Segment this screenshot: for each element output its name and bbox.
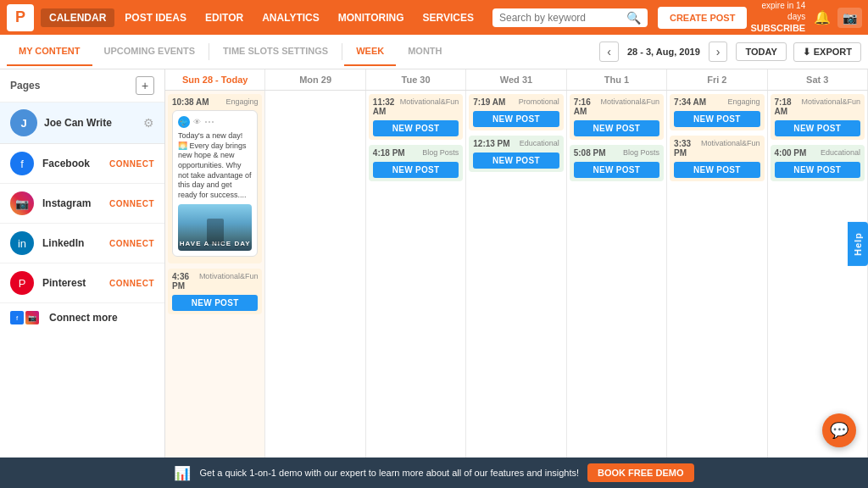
new-post-button-sat1[interactable]: NEW POST <box>775 120 860 136</box>
new-post-button-fri2[interactable]: NEW POST <box>674 162 760 178</box>
slot-time-wed1: 7:19 AM <box>473 97 505 107</box>
new-post-button-wed2[interactable]: NEW POST <box>473 152 559 169</box>
today-button[interactable]: TODAY <box>736 42 786 61</box>
day-header-fri: Fri 2 <box>667 69 767 90</box>
slot-time-sat2: 4:00 PM <box>775 148 807 158</box>
slot-type-tue1: Motivational&Fun <box>400 97 459 116</box>
gear-icon[interactable]: ⚙ <box>143 116 154 130</box>
slot-thu-1: 7:16 AM Motivational&Fun NEW POST <box>570 94 664 140</box>
slot-type-tue2: Blog Posts <box>422 148 459 158</box>
search-box[interactable]: 🔍 <box>492 8 648 27</box>
slot-type-sat2: Educational <box>821 148 860 158</box>
slot-tue-2: 4:18 PM Blog Posts NEW POST <box>369 145 463 181</box>
nav-items: CALENDAR POST IDEAS EDITOR ANALYTICS MON… <box>41 8 482 27</box>
pinterest-label: Pinterest <box>42 277 109 289</box>
instagram-connect-btn[interactable]: CONNECT <box>109 199 154 208</box>
calendar-body: 10:38 AM Engaging 🐦 👁 ⋯ Today's a new da… <box>165 91 868 458</box>
slot-type-sun2: Motivational&Fun <box>199 272 259 291</box>
slot-time-fri1: 7:34 AM <box>674 97 706 107</box>
sidebar: Pages + J Joe Can Write ⚙ f Facebook CON… <box>0 69 165 458</box>
new-post-button-tue1[interactable]: NEW POST <box>373 120 459 136</box>
linkedin-connect-btn[interactable]: CONNECT <box>109 239 154 248</box>
new-post-button-thu1[interactable]: NEW POST <box>574 120 659 136</box>
camera-icon[interactable]: 📷 <box>837 8 862 28</box>
prev-week-button[interactable]: ‹ <box>599 42 619 62</box>
nav-analytics[interactable]: ANALYTICS <box>253 8 328 27</box>
new-post-button-wed1[interactable]: NEW POST <box>473 111 559 127</box>
nav-monitoring[interactable]: MONITORING <box>330 8 413 27</box>
day-header-sun: Sun 28 - Today <box>165 69 265 90</box>
nav-icons: 🔔 📷 <box>814 8 862 28</box>
slot-type: Engaging <box>225 97 258 107</box>
slot-type-thu1: Motivational&Fun <box>601 97 660 116</box>
tweet-text: Today's a new day! 🌅 Every day brings ne… <box>178 131 252 201</box>
slot-wed-1: 7:19 AM Promotional NEW POST <box>469 94 563 130</box>
bell-icon[interactable]: 🔔 <box>814 9 831 25</box>
connect-more-row[interactable]: f 📷 Connect more <box>0 303 164 332</box>
chat-bubble[interactable]: 💬 <box>822 413 856 447</box>
slot-wed-2: 12:13 PM Educational NEW POST <box>469 136 563 172</box>
nav-services[interactable]: SERVICES <box>415 8 482 27</box>
pinterest-connect-btn[interactable]: CONNECT <box>109 279 154 288</box>
new-post-button-sun2[interactable]: NEW POST <box>172 295 258 311</box>
instagram-icon: 📷 <box>10 191 34 215</box>
date-nav: ‹ 28 - 3, Aug, 2019 › TODAY ⬇ EXPORT <box>599 42 861 62</box>
slot-time: 10:38 AM <box>172 97 209 107</box>
tab-my-content[interactable]: MY CONTENT <box>7 37 92 66</box>
download-icon: ⬇ <box>803 47 810 58</box>
tweet-more-icon[interactable]: ⋯ <box>204 116 214 128</box>
create-post-button[interactable]: CREATE POST <box>658 7 747 29</box>
tab-month[interactable]: MONTH <box>396 37 453 66</box>
connect-more-icons: f 📷 <box>10 311 41 324</box>
slot-time-wed2: 12:13 PM <box>473 139 509 148</box>
book-demo-button[interactable]: BOOK FREE DEMO <box>587 463 693 482</box>
facebook-label: Facebook <box>42 158 109 169</box>
new-post-button-tue2[interactable]: NEW POST <box>373 162 459 178</box>
slot-sun-1: 10:38 AM Engaging 🐦 👁 ⋯ Today's a new da… <box>168 94 262 263</box>
day-col-fri: 7:34 AM Engaging NEW POST 3:33 PM Motiva… <box>667 91 767 458</box>
day-header-sat: Sat 3 <box>768 69 868 90</box>
slot-type-fri1: Engaging <box>727 97 760 107</box>
new-post-button-thu2[interactable]: NEW POST <box>574 162 659 178</box>
tab-upcoming-events[interactable]: UPCOMING EVENTS <box>92 37 208 66</box>
slot-time-tue1: 11:32 AM <box>373 97 400 116</box>
trial-info: Your trial will expire in 14 days SUBSCR… <box>750 0 805 46</box>
nav-editor[interactable]: EDITOR <box>197 8 252 27</box>
slot-fri-1: 7:34 AM Engaging NEW POST <box>670 94 764 130</box>
slot-type-thu2: Blog Posts <box>623 148 659 158</box>
logo[interactable]: P <box>7 4 34 31</box>
social-linkedin: in LinkedIn CONNECT <box>0 224 164 263</box>
nav-post-ideas[interactable]: POST IDEAS <box>116 8 195 27</box>
day-headers: Sun 28 - Today Mon 29 Tue 30 Wed 31 Thu … <box>165 69 868 91</box>
slot-time-thu2: 5:08 PM <box>574 148 606 158</box>
export-button[interactable]: ⬇ EXPORT <box>793 42 861 62</box>
nav-calendar[interactable]: CALENDAR <box>41 8 114 27</box>
social-pinterest: P Pinterest CONNECT <box>0 263 164 303</box>
search-input[interactable] <box>499 12 626 24</box>
next-week-button[interactable]: › <box>709 42 728 62</box>
mini-ig-icon: 📷 <box>25 311 39 324</box>
tweet-figure <box>207 219 224 244</box>
tab-week[interactable]: WEEK <box>344 37 396 66</box>
tab-time-slots[interactable]: TIME SLOTS SETTINGS <box>211 37 340 66</box>
twitter-icon: 🐦 <box>178 116 190 128</box>
top-nav: P CALENDAR POST IDEAS EDITOR ANALYTICS M… <box>0 0 868 35</box>
tweet-card: 🐦 👁 ⋯ Today's a new day! 🌅 Every day bri… <box>172 110 258 257</box>
new-post-button-sat2[interactable]: NEW POST <box>775 162 860 178</box>
facebook-icon: f <box>10 152 34 175</box>
slot-type-wed1: Promotional <box>519 97 559 107</box>
slot-fri-2: 3:33 PM Motivational&Fun NEW POST <box>670 136 764 181</box>
help-button[interactable]: Help <box>848 222 868 266</box>
social-instagram: 📷 Instagram CONNECT <box>0 184 164 224</box>
bottom-banner: 📊 Get a quick 1-on-1 demo with our exper… <box>0 458 868 488</box>
day-col-tue: 11:32 AM Motivational&Fun NEW POST 4:18 … <box>366 91 466 458</box>
facebook-connect-btn[interactable]: CONNECT <box>109 159 154 169</box>
new-post-button-fri1[interactable]: NEW POST <box>674 111 760 127</box>
account-row[interactable]: J Joe Can Write ⚙ <box>0 103 164 144</box>
add-page-button[interactable]: + <box>136 76 154 95</box>
slot-type-wed2: Educational <box>520 139 559 148</box>
day-header-tue: Tue 30 <box>366 69 466 90</box>
slot-time-tue2: 4:18 PM <box>373 148 405 158</box>
date-range: 28 - 3, Aug, 2019 <box>622 47 705 57</box>
avatar: J <box>10 109 37 136</box>
